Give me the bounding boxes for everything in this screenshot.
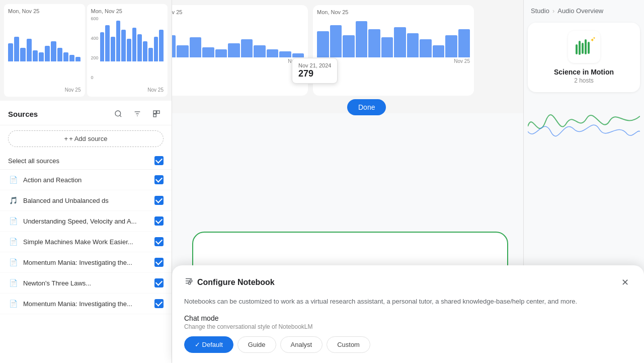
configure-title: Configure Notebook bbox=[197, 278, 275, 287]
podcast-icon: ✦ ✦ bbox=[568, 31, 600, 63]
chat-mode-title: Chat mode bbox=[184, 314, 632, 322]
select-all-checkbox[interactable] bbox=[154, 156, 164, 165]
sources-title: Sources bbox=[8, 110, 38, 118]
source-name: Momentum Mania: Investigating the... bbox=[23, 259, 149, 266]
sidebar: Mon, Nov 25 Nov 25 Mon, Nov 25 600400200… bbox=[0, 0, 172, 363]
bg-chart2-xlabel: Nov 25 bbox=[317, 58, 470, 64]
configure-header: Configure Notebook ✕ bbox=[184, 275, 632, 289]
svg-rect-17 bbox=[588, 42, 590, 54]
source-checkbox[interactable] bbox=[154, 237, 164, 246]
charts-area: Mon, Nov 25 Nov 25 Mon, Nov 25 600400200… bbox=[0, 0, 172, 101]
svg-rect-7 bbox=[153, 114, 156, 117]
source-item[interactable]: 📄 Understanding Speed, Velocity and A... bbox=[0, 211, 172, 232]
sources-icons bbox=[111, 107, 164, 121]
source-icon: 📄 bbox=[8, 216, 18, 226]
mode-buttons: ✓ DefaultGuideAnalystCustom bbox=[184, 336, 632, 353]
source-checkbox[interactable] bbox=[154, 299, 164, 308]
chart1-bars bbox=[8, 16, 81, 61]
done-button[interactable]: Done bbox=[347, 99, 386, 115]
source-icon: 🎵 bbox=[8, 195, 18, 205]
source-checkbox[interactable] bbox=[154, 278, 164, 287]
add-source-icon: + bbox=[64, 135, 68, 142]
podcast-card: ✦ ✦ Science in Motion 2 hosts bbox=[528, 23, 640, 92]
source-item[interactable]: 📄 Momentum Mania: Investigating the... bbox=[0, 252, 172, 273]
svg-rect-6 bbox=[157, 111, 159, 113]
bg-chart-1: Mon, Nov 25 Nov 25 bbox=[172, 5, 308, 96]
chat-mode-subtitle: Change the conversational style of Noteb… bbox=[184, 323, 632, 330]
source-item[interactable]: 📄 Simple Machines Make Work Easier... bbox=[0, 232, 172, 252]
source-name: Understanding Speed, Velocity and A... bbox=[23, 217, 149, 225]
svg-rect-16 bbox=[585, 39, 587, 54]
svg-point-0 bbox=[115, 111, 121, 116]
configure-description: Notebooks can be customized to work as a… bbox=[184, 297, 632, 307]
mode-button-guide[interactable]: Guide bbox=[237, 336, 276, 353]
chart2-ylabels: 6004002000 bbox=[91, 16, 99, 86]
source-checkbox[interactable] bbox=[154, 175, 164, 184]
add-source-button[interactable]: + + Add source bbox=[8, 130, 164, 147]
chart2-date: Mon, Nov 25 bbox=[91, 8, 164, 14]
svg-rect-15 bbox=[582, 43, 584, 54]
chart2-bars bbox=[100, 16, 164, 61]
source-name: Balanced and Unbalanced ds bbox=[23, 197, 149, 204]
configure-icon bbox=[184, 276, 193, 288]
svg-line-1 bbox=[120, 115, 121, 117]
bg-chart2-bars bbox=[317, 17, 470, 57]
tooltip-value: 279 bbox=[298, 68, 331, 79]
svg-rect-14 bbox=[579, 41, 581, 55]
source-icon: 📄 bbox=[8, 237, 18, 247]
breadcrumb-separator: › bbox=[552, 7, 554, 15]
podcast-title: Science in Motion bbox=[536, 68, 632, 76]
chart1-xlabel: Nov 25 bbox=[8, 87, 81, 93]
svg-rect-5 bbox=[153, 111, 156, 113]
source-item[interactable]: 📄 Momentum Mania: Investigating the... bbox=[0, 294, 172, 314]
configure-title-row: Configure Notebook bbox=[184, 276, 275, 288]
grid-icon[interactable] bbox=[149, 107, 164, 121]
source-item[interactable]: 📄 Newton's Three Laws... bbox=[0, 273, 172, 294]
source-name: Action and Reaction bbox=[23, 176, 149, 184]
chart-card-1: Mon, Nov 25 Nov 25 bbox=[4, 4, 85, 97]
bg-chart1-bars bbox=[172, 17, 304, 57]
filter-icon[interactable] bbox=[130, 107, 144, 121]
source-name: Momentum Mania: Investigating the... bbox=[23, 300, 149, 308]
add-source-label: + Add source bbox=[69, 135, 107, 142]
chart-card-2: Mon, Nov 25 6004002000 Nov 25 bbox=[87, 4, 168, 97]
chart1-date: Mon, Nov 25 bbox=[8, 8, 81, 14]
podcast-hosts: 2 hosts bbox=[536, 77, 632, 84]
mode-button-default[interactable]: ✓ Default bbox=[184, 336, 233, 353]
source-checkbox[interactable] bbox=[154, 216, 164, 226]
source-icon: 📄 bbox=[8, 175, 18, 185]
source-name: Simple Machines Make Work Easier... bbox=[23, 238, 149, 246]
bg-chart1-date: Mon, Nov 25 bbox=[172, 9, 304, 15]
search-icon[interactable] bbox=[111, 107, 125, 121]
mode-button-analyst[interactable]: Analyst bbox=[280, 336, 323, 353]
bg-chart2-date: Mon, Nov 25 bbox=[317, 9, 470, 15]
waveform-svg bbox=[528, 100, 640, 153]
chart2-xlabel: Nov 25 bbox=[91, 87, 164, 93]
breadcrumb: Studio › Audio Overview bbox=[524, 0, 644, 19]
tooltip-date: Nov 21, 2024 bbox=[298, 62, 331, 68]
waveform-container bbox=[524, 96, 644, 157]
configure-close-button[interactable]: ✕ bbox=[618, 275, 632, 289]
background-charts: Mon, Nov 25 Nov 25 Mon, Nov 25 Nov 25 bbox=[172, 0, 523, 113]
svg-rect-13 bbox=[576, 44, 578, 54]
sources-header: Sources bbox=[0, 101, 172, 125]
source-icon: 📄 bbox=[8, 257, 18, 267]
source-checkbox[interactable] bbox=[154, 258, 164, 267]
source-item[interactable]: 📄 Action and Reaction bbox=[0, 170, 172, 190]
configure-panel: Configure Notebook ✕ Notebooks can be cu… bbox=[172, 265, 644, 364]
select-all-label: Select all sources bbox=[8, 157, 59, 165]
breadcrumb-audio[interactable]: Audio Overview bbox=[557, 7, 603, 15]
svg-text:✦: ✦ bbox=[593, 37, 596, 40]
select-all-row[interactable]: Select all sources bbox=[0, 152, 172, 170]
svg-point-12 bbox=[188, 282, 191, 284]
source-icon: 📄 bbox=[8, 299, 18, 309]
bg-chart-2: Mon, Nov 25 Nov 25 bbox=[313, 5, 474, 96]
chart-tooltip: Nov 21, 2024 279 bbox=[292, 58, 338, 84]
mode-button-custom[interactable]: Custom bbox=[327, 336, 370, 353]
source-checkbox[interactable] bbox=[154, 196, 164, 205]
source-list: 📄 Action and Reaction 🎵 Balanced and Unb… bbox=[0, 170, 172, 363]
svg-point-11 bbox=[190, 280, 192, 282]
source-item[interactable]: 🎵 Balanced and Unbalanced ds bbox=[0, 190, 172, 211]
breadcrumb-studio[interactable]: Studio bbox=[531, 7, 549, 15]
source-name: Newton's Three Laws... bbox=[23, 279, 149, 287]
